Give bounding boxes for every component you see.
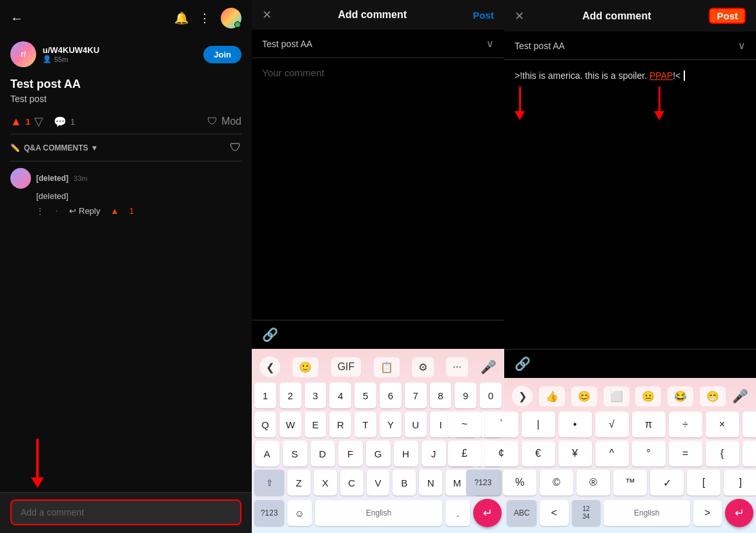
key-yen[interactable]: ¥	[558, 441, 592, 466]
sym-123-key[interactable]: ?123	[466, 470, 500, 496]
username-label[interactable]: u/W4KUW4KU	[43, 45, 197, 55]
shield-icon[interactable]: 🛡	[230, 141, 241, 154]
keyboard-forward-btn[interactable]: ❯	[512, 386, 533, 406]
key-4[interactable]: 4	[329, 382, 351, 408]
close-icon[interactable]: ✕	[262, 8, 272, 22]
keyboard-clipboard-btn[interactable]: 📋	[374, 357, 400, 377]
comment-username[interactable]: [deleted]	[36, 174, 68, 183]
expand-icon-2[interactable]: ∨	[738, 39, 746, 52]
key-R[interactable]: R	[329, 412, 351, 437]
key-1[interactable]: 1	[254, 382, 276, 408]
key-divide[interactable]: ÷	[669, 412, 702, 437]
key-U[interactable]: U	[405, 412, 427, 437]
key-Y[interactable]: Y	[380, 412, 402, 437]
add-comment-input[interactable]: Add a comment	[10, 499, 241, 525]
key-copyright[interactable]: ©	[540, 470, 573, 496]
key-N[interactable]: N	[419, 470, 442, 496]
key-pound[interactable]: £	[448, 441, 482, 466]
key-M[interactable]: M	[445, 470, 469, 496]
more-options-icon[interactable]: ⋮	[199, 11, 210, 25]
enter-key[interactable]: ↵	[473, 499, 502, 527]
post-button-2[interactable]: Post	[709, 8, 746, 24]
key-pi[interactable]: π	[632, 412, 666, 437]
num-switch-key[interactable]: ?123	[254, 500, 284, 526]
key-tilde[interactable]: ~	[448, 412, 482, 437]
reply-button[interactable]: ↩ Reply	[69, 206, 100, 216]
key-6[interactable]: 6	[380, 382, 402, 408]
key-rbrace[interactable]: }	[742, 441, 757, 466]
user-avatar-top[interactable]	[221, 8, 241, 28]
key-pilcrow[interactable]: ¶	[742, 412, 757, 437]
key-Q[interactable]: Q	[254, 412, 276, 437]
join-button[interactable]: Join	[203, 46, 241, 63]
key-lt[interactable]: <	[540, 500, 569, 526]
key-8[interactable]: 8	[430, 382, 452, 408]
keyboard-more-btn[interactable]: ···	[446, 357, 467, 377]
keyboard-neutral-btn[interactable]: 😐	[635, 386, 661, 406]
comment-upvote-icon[interactable]: ▲	[110, 206, 119, 216]
expand-icon[interactable]: ∨	[486, 37, 494, 50]
key-cent[interactable]: ¢	[485, 441, 518, 466]
sym-space-key[interactable]: English	[604, 500, 690, 526]
key-pipe[interactable]: |	[522, 412, 555, 437]
keyboard-mic-btn[interactable]: 🎤	[480, 359, 496, 375]
mod-group[interactable]: 🛡 Mod	[207, 116, 241, 127]
upvote-icon[interactable]: ▲	[10, 115, 22, 129]
key-equals[interactable]: =	[669, 441, 702, 466]
share-icon[interactable]: ⬞	[54, 207, 59, 216]
comment-input-area[interactable]: Your comment	[252, 58, 504, 320]
key-9[interactable]: 9	[455, 382, 476, 408]
link-format-icon[interactable]: 🔗	[262, 327, 278, 342]
keyboard-sticker-btn[interactable]: 🙂	[292, 357, 318, 377]
key-V[interactable]: V	[367, 470, 390, 496]
emoji-key[interactable]: ☺	[287, 500, 312, 526]
key-5[interactable]: 5	[354, 382, 376, 408]
key-1234[interactable]: 1234	[572, 500, 601, 526]
key-E[interactable]: E	[305, 412, 327, 437]
more-icon[interactable]: ⋮	[36, 207, 44, 216]
key-registered[interactable]: ®	[577, 470, 610, 496]
key-F[interactable]: F	[338, 441, 363, 466]
keyboard-mic-btn-2[interactable]: 🎤	[732, 388, 748, 404]
key-lbracket[interactable]: [	[687, 470, 720, 496]
qa-comments-label[interactable]: ✏️ Q&A COMMENTS ▾	[10, 143, 96, 152]
keyboard-grin-btn[interactable]: 😁	[700, 386, 726, 406]
key-Z[interactable]: Z	[287, 470, 311, 496]
key-3[interactable]: 3	[305, 382, 327, 408]
keyboard-square-btn[interactable]: ⬜	[604, 386, 629, 406]
key-times[interactable]: ×	[706, 412, 739, 437]
key-7[interactable]: 7	[405, 382, 427, 408]
comment-group[interactable]: 💬 1	[54, 116, 75, 128]
key-C[interactable]: C	[340, 470, 363, 496]
abc-key[interactable]: ABC	[507, 500, 536, 526]
key-G[interactable]: G	[366, 441, 391, 466]
key-trademark[interactable]: ™	[613, 470, 647, 496]
key-bullet[interactable]: •	[558, 412, 592, 437]
key-backtick[interactable]: `	[485, 412, 518, 437]
key-gt[interactable]: >	[693, 500, 722, 526]
period-key[interactable]: .	[445, 500, 470, 526]
comment-text-area-2[interactable]: >!this is america. this is a spoiler. PP…	[504, 60, 756, 349]
key-J[interactable]: J	[422, 441, 446, 466]
key-lbrace[interactable]: {	[706, 441, 739, 466]
keyboard-gif-btn[interactable]: GIF	[331, 357, 362, 377]
back-icon[interactable]: ←	[10, 11, 23, 26]
key-caret[interactable]: ^	[595, 441, 629, 466]
post-button[interactable]: Post	[473, 10, 494, 21]
key-euro[interactable]: €	[522, 441, 555, 466]
space-key[interactable]: English	[315, 500, 442, 526]
shift-key[interactable]: ⇧	[254, 470, 284, 496]
key-D[interactable]: D	[311, 441, 335, 466]
key-check[interactable]: ✓	[650, 470, 684, 496]
downvote-icon[interactable]: ▽	[34, 114, 43, 129]
keyboard-laugh-btn[interactable]: 😂	[668, 386, 693, 406]
key-S[interactable]: S	[283, 441, 307, 466]
keyboard-back-btn[interactable]: ❮	[260, 357, 280, 377]
key-rbracket[interactable]: ]	[724, 470, 756, 496]
key-B[interactable]: B	[393, 470, 416, 496]
sym-enter-key[interactable]: ↵	[725, 499, 753, 527]
keyboard-thumbsup-btn[interactable]: 👍	[539, 386, 565, 406]
link-format-icon-2[interactable]: 🔗	[515, 356, 531, 371]
bell-icon[interactable]: 🔔	[174, 11, 189, 25]
key-A[interactable]: A	[255, 441, 280, 466]
